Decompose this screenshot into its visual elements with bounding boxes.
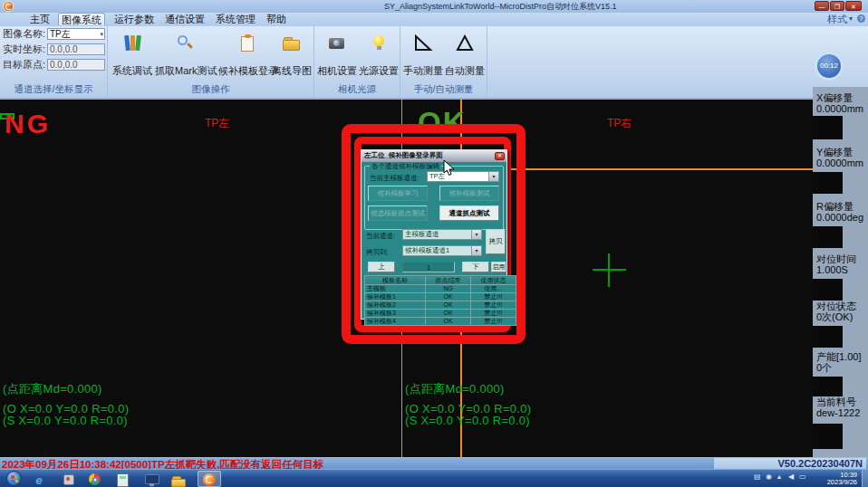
col-grab-result[interactable]: 抓点结果 — [426, 276, 471, 285]
table-header-row: 模板名称 抓点结果 使用状态 — [365, 276, 516, 285]
taskbar-clock[interactable]: 10:39 2023/9/26 — [812, 472, 857, 486]
chevron-down-icon[interactable]: ▾ — [100, 29, 103, 39]
taskbar-folder-icon[interactable] — [170, 472, 190, 486]
current-channel-combo[interactable]: 主模板通道 ▾ — [402, 229, 482, 240]
table-row[interactable]: 主模板 NG 使用... — [365, 285, 516, 293]
col-template-name[interactable]: 模板名称 — [365, 276, 426, 285]
sidebar-spacer — [813, 226, 843, 248]
taskbar-ie-icon[interactable]: e — [29, 472, 49, 486]
sidebar-spacer — [813, 424, 843, 449]
tab-comm-settings[interactable]: 通信设置 — [161, 13, 208, 25]
target-cross-icon — [608, 253, 610, 287]
next-button[interactable]: 下 — [462, 262, 489, 272]
table-row[interactable]: 候补模板3 OK 禁止!!! — [365, 310, 516, 318]
dialog-title: 左工位_候补图像登录界面 — [364, 151, 443, 160]
col-use-status[interactable]: 使用状态 — [471, 276, 516, 285]
right-readout-line: (S X=0.0 Y=0.0 R=0.0) — [405, 414, 530, 427]
start-button[interactable] — [6, 471, 22, 486]
group-caption-channel: 通道选择/坐标显示 — [0, 83, 107, 96]
chevron-down-icon[interactable]: ▾ — [488, 172, 498, 181]
tray-briefcase-icon[interactable]: ▤ — [754, 473, 761, 481]
group-caption-image-ops: 图像操作 — [108, 83, 313, 96]
group-caption-camera-light: 相机光源 — [314, 83, 400, 96]
group-caption-measure: 手动/自动测量 — [400, 83, 487, 96]
tab-image-system[interactable]: 图像系统 — [58, 13, 105, 25]
tab-home[interactable]: 主页 — [22, 13, 58, 25]
manual-measure-button[interactable]: 手动测量 — [402, 28, 444, 75]
ribbon-group-channel: 图像名称: TP左 ▾ 实时坐标: 0.0,0.0 目标原点: 0.0,0.0 … — [0, 26, 108, 98]
camera-icon — [327, 33, 347, 53]
table-row[interactable]: 候补模板4 OK 禁止!!! — [365, 318, 516, 326]
tab-system-mgmt[interactable]: 系统管理 — [212, 13, 259, 25]
show-desktop-button[interactable] — [862, 470, 868, 487]
image-name-combo[interactable]: TP左 ▾ — [47, 28, 105, 40]
right-readout-line: (点距离Md=0.000) — [405, 381, 505, 397]
grab-mark-test-button[interactable]: 抓取Mark测试 — [155, 28, 217, 75]
dialog-close-button[interactable]: ✕ — [495, 152, 505, 160]
template-learn-button[interactable]: 候补模板学习 — [368, 186, 428, 201]
channel-grab-test-button[interactable]: 通道抓点测试 — [439, 205, 499, 221]
current-channel-label: 当前通道: — [366, 232, 395, 241]
prev-button[interactable]: 上 — [368, 262, 395, 272]
x-offset-readout: X偏移量 0.0000mm — [816, 92, 863, 114]
tray-status-icon[interactable]: ◉ — [766, 473, 772, 481]
template-grab-test-button[interactable]: 候选模板抓点测试 — [368, 205, 428, 221]
chevron-down-icon[interactable]: ▾ — [471, 230, 481, 239]
light-settings-button[interactable]: 光源设置 — [358, 28, 400, 75]
target-origin-field: 0.0,0.0 — [47, 59, 105, 71]
template-status-table[interactable]: 模板名称 抓点结果 使用状态 主模板 NG 使用... 候补模板1 OK 禁止!… — [364, 275, 516, 326]
target-origin-label: 目标原点: — [3, 59, 45, 71]
books-icon — [122, 33, 142, 53]
table-row[interactable]: 候补模板2 OK 禁止!!! — [365, 301, 516, 310]
copy-to-label: 拷贝到: — [366, 248, 389, 257]
template-index-field: 1 — [402, 262, 455, 272]
minimize-button[interactable]: — — [815, 1, 829, 11]
copy-to-combo[interactable]: 候补模板通道1 ▾ — [402, 245, 482, 256]
camera-settings-button[interactable]: 相机设置 — [316, 28, 358, 75]
taskbar-chrome-icon[interactable] — [85, 472, 105, 486]
app-window: SY_AliagnSystemLinkToWorld--MicroDistPro… — [0, 0, 868, 487]
combo-value: 主模板通道 — [405, 230, 439, 238]
auto-measure-button[interactable]: 自动测量 — [444, 28, 486, 75]
tray-network-icon[interactable]: ▭ — [799, 473, 806, 481]
offline-map-button[interactable]: 离线导图 — [271, 28, 313, 75]
folder-icon — [282, 33, 302, 53]
main-template-channel-combo[interactable]: TP左 ▾ — [427, 171, 499, 182]
system-debug-button[interactable]: 系统调试 — [111, 28, 153, 75]
enable-button[interactable]: 启用 — [491, 262, 506, 272]
combo-value: 候补模板通道1 — [405, 246, 449, 254]
close-button[interactable]: ✕ — [845, 1, 862, 11]
table-row[interactable]: 候补模板1 OK 禁止!!! — [365, 293, 516, 301]
chevron-down-icon[interactable]: ▾ — [471, 246, 481, 255]
app-logo-icon[interactable] — [3, 1, 14, 12]
align-time-readout: 对位时间 1.000S — [816, 253, 856, 275]
sidebar-spacer — [813, 279, 843, 301]
ribbon-divider — [0, 98, 868, 100]
tray-show-hidden-icon[interactable]: ▴ — [777, 473, 781, 481]
help-icon[interactable]: ? — [857, 14, 865, 23]
title-bar: SY_AliagnSystemLinkToWorld--MicroDistPro… — [0, 0, 868, 14]
menu-bar: 主页 图像系统 运行参数 通信设置 系统管理 帮助 样式 ▾ ? — [0, 13, 868, 27]
style-menu[interactable]: 样式 — [827, 13, 847, 25]
taskbar-calculator-icon[interactable] — [112, 472, 132, 486]
maximize-button[interactable]: ❐ — [830, 1, 844, 11]
magnifier-icon — [176, 33, 196, 53]
cycle-clock-badge: 00:12 — [815, 52, 844, 81]
tab-run-params[interactable]: 运行参数 — [111, 13, 158, 25]
taskbar-tool-icon[interactable] — [58, 472, 78, 486]
realtime-coord-field: 0.0,0.0 — [47, 43, 105, 55]
sidebar-spacer — [813, 116, 843, 139]
template-test-button[interactable]: 候补模板测试 — [439, 186, 499, 201]
tab-help[interactable]: 帮助 — [263, 13, 290, 25]
taskbar-active-app[interactable] — [198, 471, 221, 487]
window-title: SY_AliagnSystemLinkToWorld--MicroDistPro… — [384, 1, 616, 13]
taskbar-computer-icon[interactable] — [141, 472, 161, 486]
chevron-down-icon[interactable]: ▾ — [849, 13, 853, 25]
light-bulb-icon — [369, 33, 389, 53]
ribbon-group-image-ops: 系统调试 抓取Mark测试 候补模板登录 离线导图 图像操作 — [108, 26, 314, 98]
tray-volume-icon[interactable]: ◀ — [788, 473, 794, 481]
copy-button[interactable]: 拷贝 — [486, 229, 506, 254]
dialog-title-bar[interactable]: 左工位_候补图像登录界面 ✕ — [362, 150, 506, 162]
backup-template-register-button[interactable]: 候补模板登录 — [218, 28, 278, 75]
sidebar-spacer — [813, 326, 843, 348]
